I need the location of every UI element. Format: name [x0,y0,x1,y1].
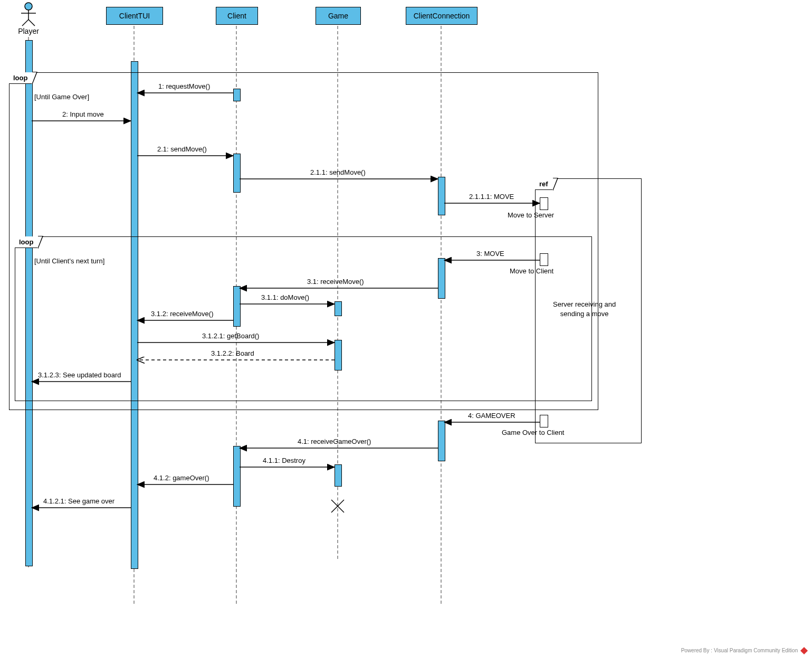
lbl-sendmove2: 2.1.1: sendMove() [310,168,366,176]
arrow-inputmove [32,120,131,122]
svg-line-4 [28,20,35,26]
lifeline-clientconnection: ClientConnection [406,7,477,25]
arrow-sendmove1 [137,155,233,157]
lbl-seeboard: 3.1.2.3: See updated board [38,371,121,379]
act-client-4 [233,446,241,507]
lbl-receivegameover: 4.1: receiveGameOver() [298,438,371,445]
lbl-gameover: 4.1.2: gameOver() [154,474,209,482]
arrow-receivegameover [240,447,438,449]
arrow-seeboard [32,381,131,383]
ref-label: Server receiving and sending a move [553,300,616,319]
lbl-gameover-in: 4: GAMEOVER [468,412,515,420]
arrow-receivemove2 [137,319,233,321]
lbl-move-in: 3: MOVE [476,250,504,258]
lbl-move-out: 2.1.1.1: MOVE [469,193,514,201]
actor-player: Player [16,2,41,35]
frame-tag-ref: ref [535,178,553,190]
lifeline-client: Client [216,7,258,25]
destroy-x [330,499,345,514]
arrow-gameover [137,483,233,486]
lbl-receivemove1: 3.1: receiveMove() [307,278,364,286]
arrow-domove [240,303,335,305]
lbl-inputmove: 2: Input move [62,110,104,118]
arrow-move-in [444,259,540,261]
lifeline-game: Game [316,7,361,25]
arrow-gameover-in [444,421,540,423]
arrow-receivemove1 [240,287,438,289]
actor-icon [16,2,41,27]
lifeline-clienttui: ClientTUI [106,7,163,25]
svg-point-0 [25,3,32,10]
footer-logo-icon [800,647,808,654]
frame-tag-outer: loop [9,72,32,84]
lbl-getboard: 3.1.2.1: getBoard() [202,332,259,340]
lbl-requestmove: 1: requestMove() [158,82,210,90]
arrow-getboard [137,341,335,344]
arrow-board [137,359,335,361]
footer: Powered By : Visual Paradigm Community E… [681,648,807,653]
lbl-seegameover: 4.1.2.1: See game over [43,497,114,505]
arrow-destroy [240,466,335,468]
act-cc-3 [438,421,445,461]
frame-tag-inner: loop [15,236,38,248]
actor-label: Player [16,27,41,35]
lbl-destroy: 4.1.1: Destroy [263,457,305,464]
guard-outer: [Until Game Over] [34,93,89,101]
arrow-move-out [444,202,540,204]
guard-inner: [Until Client's next turn] [34,257,104,265]
arrow-requestmove [137,92,233,94]
footer-text: Powered By : Visual Paradigm Community E… [681,648,798,653]
lbl-sendmove1: 2.1: sendMove() [157,145,207,153]
arrow-seegameover [32,507,131,509]
svg-line-3 [22,20,28,26]
act-game-3 [335,464,342,487]
lbl-receivemove2: 3.1.2: receiveMove() [151,310,214,318]
arrow-sendmove2 [240,178,438,180]
lbl-domove: 3.1.1: doMove() [261,293,309,301]
lbl-board: 3.1.2.2: Board [211,349,254,357]
